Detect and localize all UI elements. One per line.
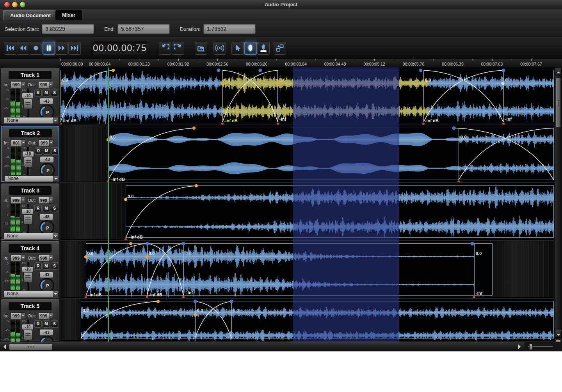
goto-start-icon (6, 44, 14, 52)
r-button[interactable]: R (34, 205, 42, 212)
scroll-right-button[interactable] (515, 342, 524, 351)
r-button[interactable]: R (34, 89, 42, 96)
broadcast-icon (215, 44, 224, 52)
output-dropdown[interactable]: None (4, 233, 59, 239)
fader-handle[interactable] (23, 272, 32, 282)
output-value: None (4, 118, 53, 123)
s-button[interactable]: S (51, 320, 58, 328)
fader-value: -10 (22, 267, 33, 272)
knob-letter: P (46, 341, 49, 342)
title-bar: Audio Project (0, 0, 562, 10)
r-button[interactable]: R (34, 262, 42, 270)
track-lane-4[interactable]: 0.00.00.00.0-inf dB-inf dB-Inf-Inf (60, 241, 554, 299)
rewind-button[interactable] (17, 42, 29, 55)
gain-label: 0.0 (224, 78, 230, 82)
goto-end-icon (70, 44, 79, 52)
m-button[interactable]: M (43, 320, 50, 328)
hand-tool-button[interactable] (244, 42, 257, 55)
horizontal-scroll-thumb[interactable] (9, 344, 53, 350)
grab-surface-tool-button[interactable] (257, 42, 270, 55)
r-button[interactable]: R (35, 147, 42, 155)
track-in-dropdown[interactable]: 999 (11, 255, 25, 262)
horizontal-scrollbar[interactable] (0, 342, 525, 351)
track-lane-1[interactable]: 0.00.00.00.00.0-inf dB-inf dB-inf-inf dB… (60, 68, 554, 125)
redo-button[interactable] (172, 42, 184, 55)
vertical-scrollbar[interactable] (555, 68, 562, 338)
track-out-dropdown[interactable]: 999 (38, 312, 53, 319)
duplicate-button[interactable] (274, 42, 286, 55)
r-button[interactable]: R (34, 320, 42, 328)
broadcast-button[interactable] (213, 42, 226, 55)
track-in-dropdown[interactable]: 999 (11, 197, 25, 204)
scroll-down-button[interactable] (555, 330, 562, 338)
export-icon (197, 44, 205, 52)
output-dropdown[interactable]: None (4, 175, 59, 182)
meter-scale-label: -8- (2, 156, 10, 159)
go-to-start-button[interactable] (4, 42, 16, 55)
output-dropdown[interactable]: None (4, 117, 59, 124)
track-header-1[interactable]: Track 1 In: 999 Out: 999 0--8--22--60- 1… (0, 68, 60, 125)
ruler-tick (414, 59, 414, 61)
record-button[interactable] (30, 42, 42, 55)
vertical-scroll-thumb[interactable] (556, 78, 561, 128)
fader-handle[interactable] (23, 330, 32, 340)
horizontal-zoom-slider[interactable] (526, 342, 554, 351)
track-out-dropdown[interactable]: 999 (38, 81, 53, 88)
m-button[interactable]: M (43, 205, 50, 212)
track-in-dropdown[interactable]: 999 (11, 312, 25, 319)
fader-handle[interactable] (23, 214, 32, 225)
track-out-dropdown[interactable]: 999 (38, 255, 53, 262)
clip-overlay (60, 241, 554, 298)
selection-info-bar: Selection Start: End: Duration: (0, 21, 562, 37)
scroll-left-button[interactable] (0, 342, 9, 351)
track-out-dropdown[interactable]: 999 (39, 139, 53, 146)
track-lane-2[interactable]: 0.00.0-inf dB (60, 125, 554, 183)
tool-buttons (147, 42, 286, 55)
ffwd-icon (57, 44, 66, 52)
history-group (159, 42, 184, 55)
pause-button[interactable] (43, 42, 55, 55)
gain-label: -inf dB (88, 292, 102, 297)
slider-handle[interactable] (529, 344, 532, 350)
s-button[interactable]: S (51, 262, 58, 270)
track-header-2[interactable]: Track 2 In: 001 Out: 999 0--8--22--60- 1… (0, 125, 60, 183)
meter-scale-label: -22- (2, 280, 9, 283)
pointer-tool-button[interactable] (231, 42, 244, 55)
knob-letter: P (46, 226, 49, 230)
m-button[interactable]: M (43, 89, 50, 96)
track-in-dropdown[interactable]: 999 (11, 81, 25, 88)
tab-mixer[interactable]: Mixer (55, 10, 82, 20)
m-button[interactable]: M (43, 262, 50, 270)
export-button[interactable] (195, 42, 207, 55)
undo-button[interactable] (159, 42, 171, 55)
fader-handle[interactable] (23, 99, 32, 109)
s-button[interactable]: S (51, 89, 58, 96)
fader-value: -10 (22, 209, 33, 214)
track-in-dropdown[interactable]: 001 (11, 139, 26, 146)
selection-end-input[interactable] (117, 24, 170, 34)
fader-handle[interactable] (24, 157, 33, 167)
timeline-ruler[interactable]: 00:00:00.0000:00:00.6400:00:01.2800:00:0… (0, 59, 562, 68)
m-button[interactable]: M (43, 147, 50, 155)
track-header-3[interactable]: Track 3 In: 999 Out: 999 0--8--22--60- 1… (0, 183, 60, 241)
track-header-5[interactable]: Track 5 In: 999 Out: 999 0--8--22--60- 1… (0, 299, 60, 342)
tab-audio-document[interactable]: Audio Document (3, 10, 58, 20)
track-lane-5[interactable]: 0.00.00.0 (60, 299, 554, 342)
fast-forward-button[interactable] (55, 42, 68, 55)
pan-knob[interactable]: P (39, 335, 55, 342)
track-header-4[interactable]: Track 4 In: 999 Out: 999 0--8--22--60- 1… (0, 241, 60, 299)
ruler-minor-tick (433, 59, 434, 60)
s-button[interactable]: S (51, 147, 59, 155)
track-out-label: Out: (28, 141, 36, 145)
gain-label: 0.0 (149, 251, 155, 256)
selection-start-input[interactable] (42, 24, 94, 34)
output-dropdown[interactable]: None (4, 290, 59, 297)
waveform-area[interactable]: 0.00.00.00.00.0-inf dB-inf dB-inf-inf dB… (60, 68, 554, 342)
track-lane-3[interactable]: 0.0-inf dB (60, 183, 554, 241)
scroll-up-button[interactable] (555, 68, 562, 75)
go-to-end-button[interactable] (68, 42, 81, 55)
s-button[interactable]: S (51, 205, 58, 212)
selection-duration-input[interactable] (203, 24, 256, 34)
scrollbar-corner (554, 342, 562, 351)
track-out-dropdown[interactable]: 999 (38, 197, 53, 204)
